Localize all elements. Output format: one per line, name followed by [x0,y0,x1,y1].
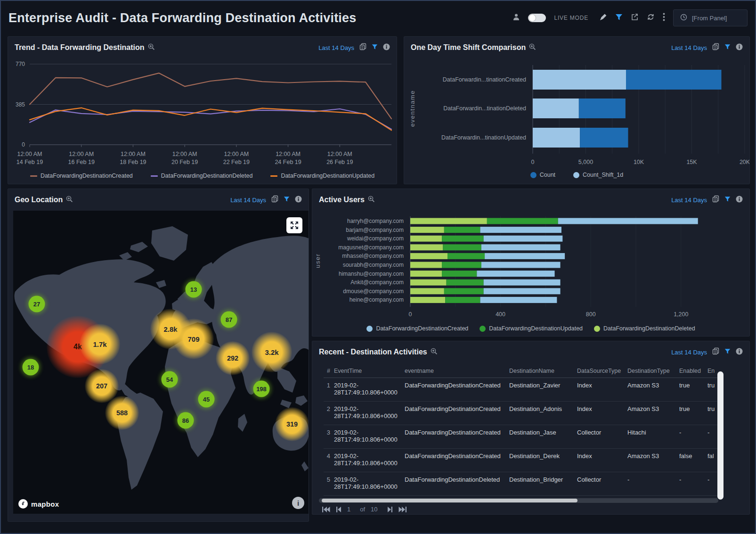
map-bubble[interactable]: 87 [221,312,237,328]
cell-enabled: - [679,476,707,493]
table-row[interactable]: 32019-02-28T17:49:10.806+0000DataForward… [324,425,721,449]
more-menu-icon[interactable] [663,13,665,23]
info-icon[interactable] [736,196,743,205]
cell-time: 2019-02-28T17:49:10.806+0000 [334,382,405,398]
map-bubble[interactable]: 588 [105,396,139,430]
next-page-icon[interactable] [387,506,393,513]
time-range-label[interactable]: Last 14 Days [671,349,707,356]
time-range-label[interactable]: Last 14 Days [671,197,707,204]
map-bubble[interactable]: 13 [186,281,202,298]
cell-enabled: - [679,429,707,445]
map-bubble[interactable]: 709 [173,319,214,359]
legend-marker [151,175,158,177]
zoom-in-icon[interactable] [148,43,155,52]
zoom-in-icon[interactable] [431,348,438,357]
column-header[interactable]: eventname [405,368,509,374]
filter-icon[interactable] [372,43,378,52]
filter-icon[interactable] [724,43,731,52]
cell-source-type: Index [577,452,627,469]
svg-text:0: 0 [409,311,412,318]
edit-icon[interactable] [599,13,607,23]
time-range-selector[interactable]: [From Panel] [673,9,748,26]
map-bubble[interactable]: 18 [23,359,39,376]
filter-icon[interactable] [615,14,623,23]
refresh-icon[interactable] [647,13,655,23]
svg-text:24 Feb 19: 24 Feb 19 [275,159,301,165]
time-range-label[interactable]: Last 14 Days [318,44,354,51]
svg-text:16 Feb 19: 16 Feb 19 [68,159,95,165]
legend-marker [270,175,277,177]
map-bubble[interactable]: 292 [216,341,250,375]
map-info-icon[interactable]: i [292,497,304,509]
map-bubble[interactable]: 86 [178,412,194,429]
filter-icon[interactable] [724,196,731,204]
horizontal-scrollbar[interactable] [319,498,718,503]
map-bubble[interactable]: 319 [275,407,309,441]
panel-geo-location: Geo Location Last 14 Days [8,189,309,522]
legend-marker [30,175,37,177]
world-map[interactable]: 4k2.8k7093.2k1.7k29220758831927138718544… [13,211,309,514]
legend-item[interactable]: DataForwardingDestinationUpdated [270,173,374,179]
column-header[interactable]: Enabled [679,368,707,374]
copy-icon[interactable] [712,347,719,357]
map-bubble[interactable]: 27 [29,296,45,312]
cell-enabled: false [679,452,707,469]
copy-icon[interactable] [359,43,366,52]
legend-item[interactable]: Count [530,172,555,178]
column-header[interactable]: DataSourceType [577,368,627,374]
svg-text:400: 400 [496,311,505,318]
legend-item[interactable]: DataForwardingDestinationCreated [366,325,468,332]
svg-text:12:00 AM: 12:00 AM [17,151,42,157]
column-header[interactable]: DestinationType [627,368,679,374]
scrollbar-thumb[interactable] [322,499,577,502]
time-range-label[interactable]: Last 14 Days [671,44,707,51]
live-mode-toggle[interactable] [528,14,546,22]
map-bubble[interactable]: 3.2k [252,332,292,372]
map-bubble[interactable]: 45 [198,391,215,408]
table-row[interactable]: 42019-02-28T17:49:10.806+0000DataForward… [324,449,721,472]
table-row[interactable]: 22019-02-28T17:49:10.806+0000DataForward… [324,402,721,425]
info-icon[interactable] [295,196,302,205]
legend-item[interactable]: DataForwardingDestinationDeleted [594,325,695,332]
table-row[interactable]: 12019-02-28T17:49:10.806+0000DataForward… [324,378,721,402]
mapbox-attribution[interactable]: mapbox [18,499,59,509]
zoom-in-icon[interactable] [529,43,536,52]
legend-item[interactable]: Count_Shift_1d [573,172,623,178]
prev-page-icon[interactable] [336,506,341,513]
legend-item[interactable]: DataForwardingDestinationUpdated [480,325,583,332]
expand-icon[interactable] [286,217,302,233]
table-row[interactable]: 52019-02-28T17:49:10.806+0000DataForward… [324,472,721,496]
filter-icon[interactable] [284,196,290,204]
cell-eventname: DataForwardingDestinationCreated [405,382,509,398]
first-page-icon[interactable] [322,506,330,513]
last-page-icon[interactable] [398,506,407,513]
zoom-in-icon[interactable] [368,196,375,205]
column-header[interactable]: DestinationName [509,368,577,374]
map-bubble[interactable]: 1.7k [80,324,120,364]
share-icon[interactable] [631,13,639,23]
panel-time-shift: One Day Time Shift Comparison Last 14 Da… [404,36,750,184]
info-icon[interactable] [736,43,743,52]
copy-icon[interactable] [712,195,719,205]
copy-icon[interactable] [712,43,719,52]
vertical-scrollbar[interactable] [717,371,723,500]
zoom-in-icon[interactable] [66,196,73,205]
trend-legend: DataForwardingDestinationCreatedDataForw… [8,173,397,179]
legend-item[interactable]: DataForwardingDestinationDeleted [151,173,253,179]
info-icon[interactable] [383,43,390,52]
cell-dest-type: Amazon S3 [627,452,679,469]
info-icon[interactable] [736,348,743,357]
column-header[interactable]: # [324,368,334,374]
user-icon[interactable] [512,13,520,23]
column-header[interactable]: EventTime [334,368,405,374]
copy-icon[interactable] [271,195,278,205]
map-bubble[interactable]: 198 [253,381,270,397]
cell-eventname: DataForwardingDestinationCreated [405,405,509,422]
time-range-label[interactable]: Last 14 Days [230,197,266,204]
panel-title: One Day Time Shift Comparison [411,43,526,52]
filter-icon[interactable] [724,348,731,356]
legend-label: DataForwardingDestinationDeleted [603,325,695,332]
legend-item[interactable]: DataForwardingDestinationCreated [30,173,133,179]
map-bubble[interactable]: 54 [162,371,178,388]
cell-eventname: DataForwardingDestinationCreated [405,429,509,445]
